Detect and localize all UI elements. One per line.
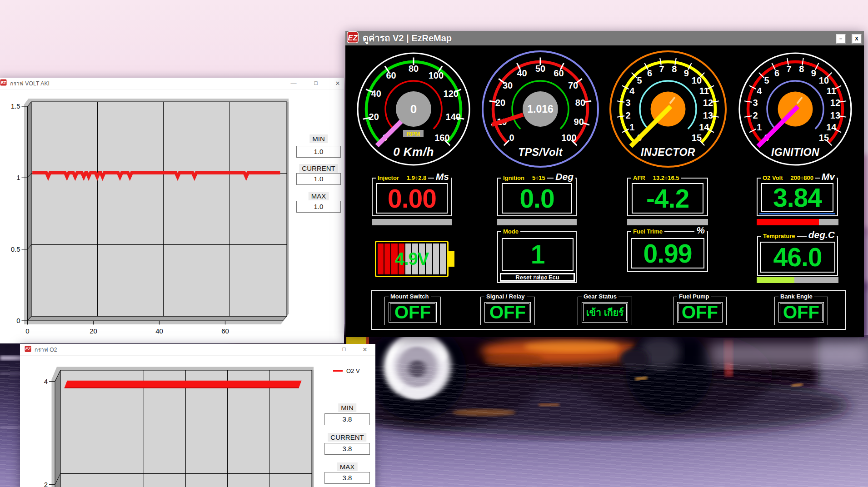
temperature-bar-fill: [757, 277, 794, 283]
main-window-title: ดูค่ารถ V2 | EzReMap: [363, 31, 452, 45]
minimize-button[interactable]: –: [836, 34, 846, 44]
current-value-field[interactable]: 3.8: [324, 443, 370, 455]
window-o2-chart: EZ กราฟ O2 — ☐ ✕ 24 O2 V MIN 3.8 CURRENT…: [20, 344, 375, 487]
svg-text:20: 20: [495, 98, 505, 108]
svg-text:11: 11: [699, 86, 709, 96]
readout-afr-value: -4.2: [646, 184, 689, 214]
minimize-icon[interactable]: —: [286, 78, 301, 89]
svg-text:30: 30: [503, 80, 513, 90]
gauge-needle: [377, 119, 404, 145]
svg-text:50: 50: [535, 64, 545, 74]
legend-line-sample: [333, 370, 343, 372]
temperature-bar: [757, 277, 838, 283]
current-label: CURRENT: [328, 433, 366, 442]
main-window-titlebar[interactable]: EZ ดูค่ารถ V2 | EzReMap – X: [345, 31, 864, 45]
svg-text:14: 14: [699, 122, 709, 132]
ez-app-icon: EZ: [25, 345, 31, 354]
min-value-field[interactable]: 3.8: [324, 413, 370, 425]
svg-text:80: 80: [409, 64, 419, 74]
window-ezremap-main: EZ ดูค่ารถ V2 | EzReMap – X 020406080100…: [345, 31, 864, 337]
svg-text:0: 0: [410, 102, 417, 116]
max-value-field[interactable]: 1.0: [296, 201, 341, 213]
svg-text:6: 6: [647, 68, 652, 78]
svg-text:3: 3: [753, 98, 758, 108]
current-value-field[interactable]: 1.0: [296, 173, 341, 185]
min-value-field[interactable]: 1.0: [296, 146, 341, 158]
readout-afr: AFR13.2÷16.5 -4.2: [627, 178, 708, 216]
close-icon[interactable]: ✕: [358, 344, 372, 356]
readout-injector-unit: Ms: [434, 172, 451, 182]
readout-o2volt-bar: [757, 219, 838, 225]
readout-o2volt: O2 Volt200÷800 Mv 3.84: [757, 178, 838, 216]
readout-injector-value: 0.00: [388, 184, 436, 214]
mode-value: 1: [531, 239, 545, 269]
svg-text:40: 40: [371, 89, 381, 99]
o2-chart-legend: O2 V: [333, 368, 360, 374]
readout-afr-label: AFR: [633, 174, 645, 181]
svg-text:4: 4: [757, 86, 762, 96]
fuel-trim-unit: %: [694, 225, 707, 235]
status-mount-switch-label: Mount Switch: [389, 293, 431, 300]
fuel-trim-label: Fuel Trime: [633, 228, 663, 235]
status-fuel-pump-value: OFF: [682, 302, 718, 323]
status-gear-label: Gear Status: [582, 293, 619, 300]
svg-text:1: 1: [16, 174, 20, 181]
current-label: CURRENT: [299, 164, 338, 173]
gauge-needle: [631, 106, 671, 146]
svg-text:2: 2: [626, 110, 631, 120]
battery-terminal: [449, 251, 454, 267]
svg-text:13: 13: [703, 110, 713, 120]
readout-injector-label: Injector: [378, 174, 399, 181]
maximize-icon[interactable]: ☐: [309, 78, 323, 89]
max-label: MAX: [309, 192, 329, 200]
gauge-injector: 0123456789101112131415INJECTOR: [609, 50, 727, 168]
close-button[interactable]: X: [852, 34, 862, 44]
status-group: Mount Switch OFF Signal / Relay OFF Gear…: [371, 290, 846, 330]
close-icon[interactable]: ✕: [330, 78, 345, 89]
legend-series-name: O2 V: [346, 368, 360, 374]
svg-text:9: 9: [684, 68, 689, 78]
reset-ecu-button[interactable]: Reset กล่อง Ecu: [500, 273, 575, 282]
readout-ignition-display: 0.0: [502, 183, 572, 214]
readout-o2volt-display: 3.84: [761, 183, 833, 212]
svg-text:14: 14: [826, 122, 837, 132]
readout-afr-range: 13.2÷16.5: [653, 174, 679, 181]
svg-text:100: 100: [561, 133, 576, 143]
minimize-icon[interactable]: —: [316, 344, 331, 356]
status-bank-angle-value: OFF: [783, 302, 819, 323]
readout-ignition-unit: Deg: [554, 172, 575, 182]
battery-voltage-text: 4.9V: [375, 241, 449, 277]
readout-o2volt-range: 200÷800: [791, 174, 814, 181]
ez-logo-text: EZ: [25, 347, 31, 351]
readout-ignition-value: 0.0: [519, 184, 554, 214]
svg-text:6: 6: [774, 68, 779, 78]
svg-text:120: 120: [444, 89, 459, 99]
volt-aki-chart-plot: 00.511.50204060: [0, 89, 344, 343]
svg-text:12: 12: [830, 98, 840, 108]
svg-text:2: 2: [753, 110, 758, 120]
svg-text:160: 160: [434, 133, 449, 143]
svg-text:10: 10: [692, 75, 702, 85]
maximize-icon[interactable]: ☐: [337, 344, 351, 356]
status-mount-switch-value: OFF: [394, 302, 431, 323]
svg-text:1: 1: [757, 122, 762, 132]
status-mount-switch: Mount Switch OFF: [384, 297, 441, 325]
svg-text:60: 60: [221, 327, 229, 335]
readout-o2volt-underline: [759, 213, 835, 214]
max-value-field[interactable]: 3.8: [324, 472, 370, 484]
min-label: MIN: [309, 134, 328, 143]
o2-window-titlebar[interactable]: EZ กราฟ O2 — ☐ ✕: [20, 344, 375, 356]
svg-text:9: 9: [811, 68, 816, 78]
main-window-body: 0204060801001201401600RPM0 Km/h 01020304…: [345, 45, 864, 337]
svg-text:13: 13: [830, 110, 840, 120]
svg-text:8: 8: [799, 64, 804, 74]
svg-text:80: 80: [575, 98, 585, 108]
svg-text:10: 10: [819, 75, 829, 85]
svg-text:RPM: RPM: [407, 130, 420, 137]
fuel-trim-value: 0.99: [644, 239, 692, 268]
svg-text:20: 20: [90, 327, 97, 335]
volt-window-titlebar[interactable]: EZ กราฟ VOLT AKI — ☐ ✕: [0, 78, 344, 89]
svg-text:20: 20: [369, 112, 379, 122]
readout-ignition: Ignition5÷15 Deg 0.0: [497, 178, 577, 216]
o2-chart-plot: 24: [20, 356, 375, 487]
